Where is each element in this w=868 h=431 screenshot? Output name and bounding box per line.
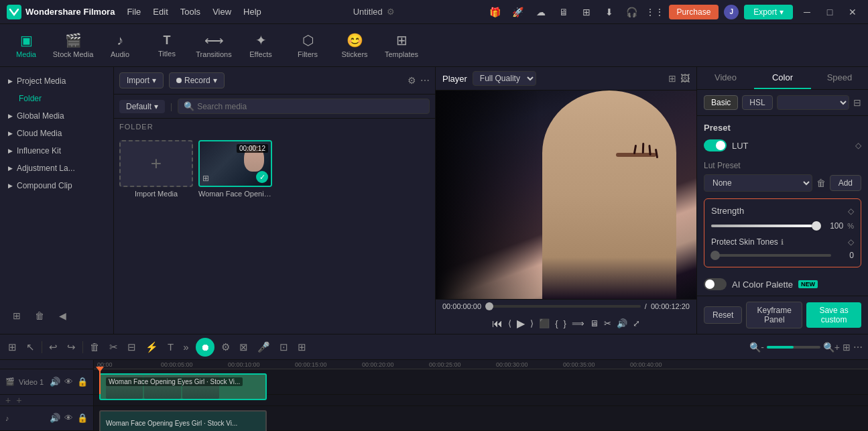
toolbar-audio[interactable]: ♪ Audio xyxy=(97,25,143,66)
play-button[interactable]: ▶ xyxy=(517,317,525,330)
sidebar-item-global-media[interactable]: ▶ Global Media xyxy=(0,107,113,125)
rocket-icon[interactable]: 🚀 xyxy=(509,3,527,21)
video-thumb[interactable]: 00:00:12 ⊞ ✓ xyxy=(198,140,272,187)
collapse-sidebar-icon[interactable]: ◀ xyxy=(54,307,71,324)
delete-tl-button[interactable]: 🗑 xyxy=(87,340,103,354)
menu-view[interactable]: View xyxy=(212,7,231,17)
purchase-button[interactable]: Purchase xyxy=(669,5,719,19)
undo-action-button[interactable]: ↩ xyxy=(46,340,60,355)
sidebar-item-influence-kit[interactable]: ▶ Influence Kit xyxy=(0,142,113,160)
record-button[interactable]: Record ▾ xyxy=(169,72,225,88)
video-clip[interactable]: Woman Face Opening Eyes Girl · Stock Vi.… xyxy=(99,373,267,400)
record-tl-button[interactable]: ⏺ xyxy=(196,338,214,357)
sidebar-item-cloud-media[interactable]: ▶ Cloud Media xyxy=(0,125,113,142)
frame-forward-button[interactable]: ⟩ xyxy=(530,318,534,328)
add-folder-icon[interactable]: ⊞ xyxy=(8,307,25,324)
image-view-icon[interactable]: 🖼 xyxy=(680,73,690,84)
gift-icon[interactable]: 🎁 xyxy=(487,3,504,21)
add-track-icon2[interactable]: + xyxy=(16,395,21,406)
close-button[interactable]: ✕ xyxy=(844,3,861,21)
menu-help[interactable]: Help xyxy=(243,7,261,17)
audio-button[interactable]: 🔊 xyxy=(617,318,627,328)
in-point-button[interactable]: { xyxy=(555,318,558,328)
toolbar-templates[interactable]: ⊞ Templates xyxy=(378,25,425,66)
save-as-custom-button[interactable]: Save as custom xyxy=(806,302,861,328)
zoom-slider[interactable] xyxy=(767,346,820,349)
timeline-progress[interactable] xyxy=(485,305,641,308)
settings-tl-button[interactable]: ⚙ xyxy=(219,340,233,355)
avatar[interactable]: J xyxy=(724,5,739,19)
trash-icon[interactable]: 🗑 xyxy=(816,178,826,188)
lut-toggle[interactable] xyxy=(704,139,727,151)
apps-icon[interactable]: ⋮⋮ xyxy=(646,3,664,21)
toolbar-stickers[interactable]: 😊 Stickers xyxy=(331,25,378,66)
speed-button[interactable]: ⚡ xyxy=(143,340,161,355)
out-point-button[interactable]: } xyxy=(564,318,566,328)
search-input[interactable] xyxy=(197,102,424,111)
layout-icon[interactable]: ⊞ xyxy=(843,342,851,353)
minimize-button[interactable]: ─ xyxy=(798,3,816,21)
add-button[interactable]: Add xyxy=(830,175,861,191)
player-tab[interactable]: Player xyxy=(442,74,467,84)
track-audio-speaker-icon[interactable]: 🔊 xyxy=(50,413,60,423)
group-button[interactable]: ⊡ xyxy=(277,340,291,355)
strength-slider-thumb[interactable] xyxy=(812,221,821,231)
track-eye-icon[interactable]: 👁 xyxy=(64,377,73,387)
import-button[interactable]: Import ▾ xyxy=(119,72,164,88)
sidebar-item-folder[interactable]: Folder xyxy=(0,90,113,107)
detach-button[interactable]: ⊠ xyxy=(237,340,251,355)
frame-back-button[interactable]: ⟨ xyxy=(508,318,511,328)
zoom-in-icon[interactable]: 🔍+ xyxy=(823,342,840,353)
track-audio-lock-icon[interactable]: 🔒 xyxy=(77,413,88,423)
monitor-button[interactable]: 🖥 xyxy=(590,318,599,328)
search-box[interactable]: 🔍 xyxy=(178,99,430,114)
monitor-icon[interactable]: 🖥 xyxy=(555,3,572,21)
fullscreen-button[interactable]: ⤢ xyxy=(633,318,640,328)
hsl-button[interactable]: HSL xyxy=(742,95,772,110)
keyframe-panel-button[interactable]: Keyframe Panel xyxy=(746,302,802,328)
crop-button[interactable]: ✂ xyxy=(604,318,611,328)
stop-button[interactable]: ⬛ xyxy=(539,318,550,328)
sidebar-item-adjustment[interactable]: ▶ Adjustment La... xyxy=(0,160,113,177)
grid-view-icon[interactable]: ⊞ xyxy=(668,73,676,84)
zoom-out-icon[interactable]: 🔍- xyxy=(749,342,764,353)
media-item-video1[interactable]: 00:00:12 ⊞ ✓ Woman Face Opening... xyxy=(198,140,272,198)
headphone-icon[interactable]: 🎧 xyxy=(623,3,641,21)
crop-tl-button[interactable]: ⊟ xyxy=(125,340,139,355)
export-button[interactable]: Export ▾ xyxy=(744,5,793,19)
move-clip-button[interactable]: ⊞ xyxy=(295,340,309,355)
filter-icon[interactable]: ⚙ xyxy=(408,75,416,86)
text-button[interactable]: T xyxy=(165,340,176,354)
add-track-icon[interactable]: + xyxy=(5,395,11,406)
hsl-select[interactable] xyxy=(777,95,849,110)
tl-options-icon[interactable]: ⋯ xyxy=(853,342,863,353)
delete-icon[interactable]: 🗑 xyxy=(31,307,48,324)
track-speaker-icon[interactable]: 🔊 xyxy=(50,377,60,387)
protect-slider-thumb[interactable] xyxy=(710,251,720,260)
toolbar-media[interactable]: ▣ Media xyxy=(3,25,50,66)
sidebar-item-compound[interactable]: ▶ Compound Clip xyxy=(0,177,113,194)
sidebar-item-project-media[interactable]: ▶ Project Media xyxy=(0,72,113,90)
audio-clip[interactable]: Woman Face Opening Eyes Girl · Stock Vi.… xyxy=(99,410,267,431)
media-item-import[interactable]: + Import Media xyxy=(119,140,193,198)
tab-color[interactable]: Color xyxy=(754,67,811,89)
view-toggle-icon[interactable]: ⊟ xyxy=(853,97,861,108)
mic-button[interactable]: 🎤 xyxy=(255,340,273,355)
menu-file[interactable]: File xyxy=(127,7,141,17)
default-button[interactable]: Default ▾ xyxy=(119,100,165,113)
grid-icon[interactable]: ⊞ xyxy=(578,3,595,21)
ai-palette-toggle[interactable] xyxy=(704,278,727,290)
tab-video[interactable]: Video xyxy=(697,67,754,89)
cloud-icon[interactable]: ☁ xyxy=(532,3,550,21)
more-tl-button[interactable]: » xyxy=(180,340,191,354)
skip-back-button[interactable]: ⏮ xyxy=(492,318,503,330)
menu-tools[interactable]: Tools xyxy=(180,7,200,17)
timeline-thumb[interactable] xyxy=(485,302,493,310)
lut-preset-select[interactable]: None xyxy=(704,174,812,192)
toolbar-filters[interactable]: ⬡ Filters xyxy=(284,25,331,66)
toolbar-titles[interactable]: T Titles xyxy=(143,25,190,66)
protect-slider-track[interactable] xyxy=(711,254,831,257)
toolbar-effects[interactable]: ✦ Effects xyxy=(237,25,284,66)
strength-slider-track[interactable] xyxy=(711,225,820,227)
menu-edit[interactable]: Edit xyxy=(153,7,168,17)
